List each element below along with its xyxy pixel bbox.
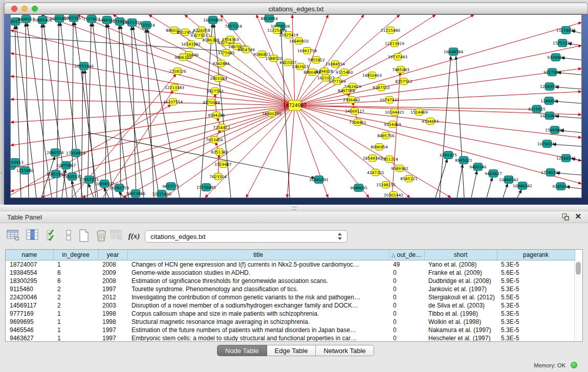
graph-node[interactable]: 9194651 bbox=[422, 118, 439, 125]
table-settings-icon[interactable] bbox=[6, 229, 20, 243]
table-row[interactable]: 1872400712008Changes of HCN gene express… bbox=[6, 260, 575, 269]
column-header-short[interactable]: short bbox=[424, 250, 497, 260]
graph-node[interactable]: 10747437 bbox=[380, 97, 399, 103]
graph-node[interactable]: 16841091 bbox=[309, 176, 329, 184]
graph-node[interactable]: 20301442 bbox=[384, 192, 403, 199]
graph-node[interactable]: 1362615 bbox=[292, 63, 309, 70]
tab-edge-table[interactable]: Edge Table bbox=[267, 345, 316, 356]
graph-node[interactable]: 7623104 bbox=[209, 173, 227, 180]
float-panel-icon[interactable] bbox=[561, 213, 570, 221]
graph-node[interactable]: 2803144 bbox=[210, 75, 227, 82]
graph-node[interactable]: 14850463 bbox=[362, 72, 382, 79]
collapse-arrow-icon[interactable]: ‹ bbox=[1, 171, 2, 176]
graph-node[interactable]: 12160546 bbox=[556, 155, 576, 162]
network-window-titlebar[interactable]: citations_edges.txt bbox=[4, 3, 588, 14]
close-panel-icon[interactable]: ✕ bbox=[575, 212, 581, 221]
tab-node-table[interactable]: Node Table bbox=[217, 345, 267, 356]
graph-node[interactable]: 6791975 bbox=[440, 151, 457, 159]
delete-column-icon[interactable] bbox=[110, 229, 124, 243]
column-header-out-degree[interactable]: △out_de… bbox=[389, 250, 424, 260]
function-builder-icon[interactable]: f(x) bbox=[127, 229, 141, 243]
graph-node[interactable]: 10164421 bbox=[385, 109, 404, 116]
graph-node[interactable]: 7851214 bbox=[381, 156, 398, 163]
graph-node[interactable]: 8495756 bbox=[377, 133, 395, 139]
graph-node[interactable]: 9777169 bbox=[329, 78, 346, 85]
graph-node[interactable]: 12221460 bbox=[152, 190, 171, 198]
graph-node[interactable]: 8945021 bbox=[455, 157, 472, 164]
graph-node[interactable]: 9329966 bbox=[547, 54, 564, 61]
graph-node[interactable]: 15751074 bbox=[553, 39, 572, 47]
graph-node[interactable]: 7515524 bbox=[138, 21, 155, 29]
divider-grip-icon[interactable] bbox=[292, 207, 297, 210]
graph-node[interactable]: 9857771 bbox=[162, 183, 180, 190]
graph-node[interactable]: 2718126 bbox=[169, 68, 186, 75]
graph-node[interactable]: 8096954 bbox=[371, 144, 388, 150]
graph-node[interactable]: 1514469 bbox=[410, 109, 428, 116]
graph-node[interactable]: 18549342 bbox=[363, 155, 382, 162]
graph-node[interactable]: 8497568 bbox=[338, 87, 355, 94]
graph-node[interactable]: 15716485 bbox=[197, 184, 216, 191]
graph-node[interactable]: 16055809 bbox=[203, 16, 223, 24]
graph-node[interactable]: 7653456 bbox=[206, 137, 223, 143]
select-all-icon[interactable] bbox=[45, 229, 59, 243]
network-canvas[interactable]: 1405572496041032089140616055807106532671… bbox=[10, 14, 582, 198]
graph-node[interactable]: 14569117 bbox=[345, 108, 364, 115]
graph-node[interactable]: 8813054 bbox=[260, 15, 278, 23]
graph-node[interactable]: 11215480 bbox=[381, 27, 400, 34]
graph-node[interactable]: 9896122 bbox=[175, 54, 192, 61]
graph-node[interactable]: 15993805 bbox=[545, 126, 564, 134]
graph-node[interactable]: 10923446 bbox=[126, 190, 145, 198]
graph-node[interactable]: 19737483 bbox=[388, 54, 407, 60]
table-row[interactable]: 1456911722003Disruption of a novel membe… bbox=[6, 301, 575, 310]
table-row[interactable]: 946362711997Embryonic stem cells: a mode… bbox=[6, 334, 575, 342]
column-header-title[interactable]: title bbox=[127, 250, 389, 260]
graph-node[interactable]: 9245012 bbox=[552, 183, 570, 190]
graph-node[interactable]: 16210643 bbox=[540, 112, 559, 120]
graph-node[interactable]: 1527602 bbox=[83, 15, 100, 23]
graph-node[interactable]: 9699695 bbox=[350, 184, 367, 192]
graph-node[interactable]: 8186328 bbox=[202, 37, 220, 43]
delete-table-icon[interactable] bbox=[94, 229, 108, 243]
column-header-pagerank[interactable]: pagerank bbox=[497, 250, 575, 260]
graph-node[interactable]: 10460542 bbox=[499, 176, 518, 184]
graph-node[interactable]: 7857224 bbox=[225, 23, 242, 30]
graph-node[interactable]: 9463627 bbox=[485, 170, 502, 178]
clear-selection-icon[interactable] bbox=[61, 229, 76, 243]
table-row[interactable]: 1938455462009Genome-wide association stu… bbox=[6, 269, 575, 277]
graph-node[interactable]: 9465546 bbox=[469, 163, 487, 171]
new-table-icon[interactable] bbox=[77, 229, 91, 243]
column-header-in-degree[interactable]: in_degree bbox=[53, 250, 98, 260]
graph-node[interactable]: 12093572 bbox=[540, 83, 559, 91]
table-row[interactable]: 2242004622012Investigating the contribut… bbox=[6, 293, 575, 301]
graph-node[interactable]: 8503913 bbox=[10, 159, 24, 166]
graph-node[interactable]: 4170044 bbox=[203, 99, 220, 106]
table-row[interactable]: 1830029562008Estimation of significance … bbox=[6, 277, 575, 285]
graph-node[interactable]: 9154469 bbox=[384, 121, 401, 128]
graph-node[interactable]: 7485083 bbox=[392, 67, 409, 73]
graph-node[interactable]: 1519487 bbox=[214, 161, 232, 168]
graph-node[interactable]: 7204461 bbox=[349, 119, 366, 126]
graph-node[interactable]: 3427552 bbox=[206, 88, 224, 95]
graph-node[interactable]: 9227349 bbox=[543, 69, 561, 76]
graph-node[interactable]: 1244415 bbox=[540, 97, 558, 105]
graph-node[interactable]: 8187510 bbox=[373, 84, 390, 91]
graph-node[interactable]: 1215680 bbox=[16, 167, 34, 174]
graph-node[interactable]: 12213383 bbox=[165, 84, 184, 91]
graph-node[interactable]: 16640910 bbox=[289, 38, 309, 45]
table-row[interactable]: 911546021997Tourette syndrome. Phenomeno… bbox=[6, 285, 575, 293]
graph-node[interactable]: 16107554 bbox=[163, 99, 183, 105]
column-header-year[interactable]: year bbox=[98, 250, 127, 260]
graph-node[interactable]: 11174035 bbox=[556, 27, 576, 34]
graph-node[interactable]: 8545121 bbox=[400, 176, 418, 182]
graph-node[interactable]: 16946042 bbox=[513, 182, 532, 190]
graph-node[interactable]: 7955812 bbox=[308, 57, 325, 63]
table-row[interactable]: 946554611997Estimation of the future num… bbox=[6, 326, 575, 334]
graph-node[interactable]: 2336442 bbox=[343, 97, 360, 103]
table-row[interactable]: 977716911998Corpus callosum shape and si… bbox=[6, 310, 575, 318]
scrollbar-thumb[interactable] bbox=[576, 262, 581, 275]
table-column-icon[interactable] bbox=[26, 229, 40, 243]
panel-divider[interactable] bbox=[0, 205, 588, 211]
table-row[interactable]: 969969511998Structural magnetic resonanc… bbox=[6, 318, 575, 326]
graph-node[interactable]: 16648784 bbox=[444, 48, 463, 56]
table-selector-dropdown[interactable]: citations_edges.txt bbox=[145, 230, 347, 243]
